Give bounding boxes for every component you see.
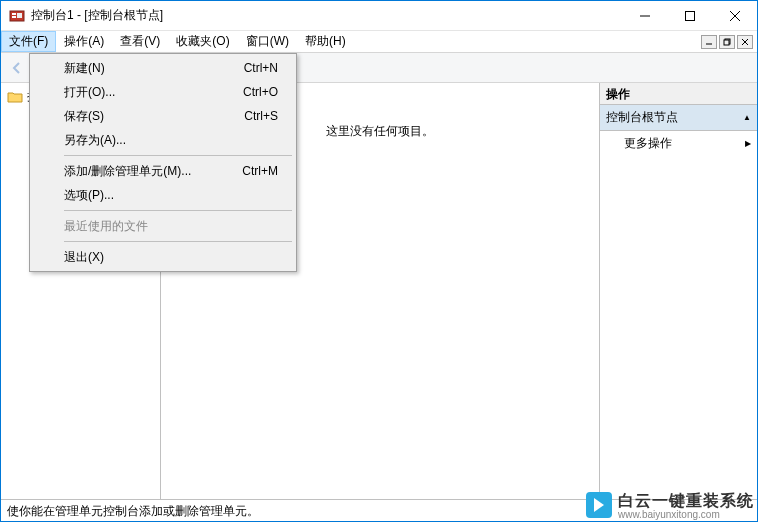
file-dropdown-menu: 新建(N) Ctrl+N 打开(O)... Ctrl+O 保存(S) Ctrl+…	[29, 53, 297, 272]
menu-item-open-label: 打开(O)...	[64, 84, 115, 101]
svg-rect-5	[685, 11, 694, 20]
mdi-close-button[interactable]	[737, 35, 753, 49]
menu-separator	[64, 210, 292, 211]
actions-section[interactable]: 控制台根节点 ▲	[600, 105, 757, 131]
mdi-minimize-button[interactable]	[701, 35, 717, 49]
menu-item-save-as-label: 另存为(A)...	[64, 132, 126, 149]
statusbar-text: 使你能在管理单元控制台添加或删除管理单元。	[7, 504, 259, 518]
menu-file[interactable]: 文件(F)	[1, 31, 56, 52]
maximize-button[interactable]	[667, 1, 712, 30]
menu-view[interactable]: 查看(V)	[112, 31, 168, 52]
app-icon	[9, 8, 25, 24]
menu-window[interactable]: 窗口(W)	[238, 31, 297, 52]
svg-line-6	[730, 11, 740, 21]
back-arrow-icon	[9, 60, 25, 76]
minimize-button[interactable]	[622, 1, 667, 30]
menu-item-save[interactable]: 保存(S) Ctrl+S	[32, 104, 294, 128]
nav-back-button[interactable]	[5, 56, 29, 80]
main-window: 控制台1 - [控制台根节点] 文件(F) 操作(A) 查看(V) 收藏夹(O)…	[0, 0, 758, 522]
menu-item-new-shortcut: Ctrl+N	[244, 61, 278, 75]
watermark: 白云一键重装系统 www.baiyunxitong.com	[586, 491, 754, 520]
menu-item-add-remove-label: 添加/删除管理单元(M)...	[64, 163, 191, 180]
menu-item-exit-label: 退出(X)	[64, 249, 104, 266]
menu-item-recent: 最近使用的文件	[32, 214, 294, 238]
menu-item-new[interactable]: 新建(N) Ctrl+N	[32, 56, 294, 80]
svg-rect-3	[17, 13, 22, 18]
menu-item-new-label: 新建(N)	[64, 60, 105, 77]
close-button[interactable]	[712, 1, 757, 30]
menu-item-open[interactable]: 打开(O)... Ctrl+O	[32, 80, 294, 104]
caret-right-icon: ▶	[745, 139, 751, 148]
menubar: 文件(F) 操作(A) 查看(V) 收藏夹(O) 窗口(W) 帮助(H)	[1, 31, 757, 53]
actions-pane: 操作 控制台根节点 ▲ 更多操作 ▶	[599, 83, 757, 499]
folder-icon	[7, 90, 23, 104]
empty-list-text: 这里没有任何项目。	[326, 123, 434, 491]
menu-item-save-as[interactable]: 另存为(A)...	[32, 128, 294, 152]
actions-section-label: 控制台根节点	[606, 109, 678, 126]
mdi-controls	[701, 31, 757, 52]
svg-rect-10	[724, 40, 729, 45]
menu-item-open-shortcut: Ctrl+O	[243, 85, 278, 99]
menu-item-options[interactable]: 选项(P)...	[32, 183, 294, 207]
watermark-url: www.baiyunxitong.com	[618, 510, 754, 520]
menu-help[interactable]: 帮助(H)	[297, 31, 354, 52]
mdi-restore-button[interactable]	[719, 35, 735, 49]
menu-item-exit[interactable]: 退出(X)	[32, 245, 294, 269]
actions-header: 操作	[600, 83, 757, 105]
menu-favorites[interactable]: 收藏夹(O)	[168, 31, 237, 52]
svg-line-7	[730, 11, 740, 21]
watermark-logo-icon	[586, 492, 612, 518]
menu-item-save-label: 保存(S)	[64, 108, 104, 125]
menu-item-options-label: 选项(P)...	[64, 187, 114, 204]
window-title: 控制台1 - [控制台根节点]	[31, 7, 622, 24]
menu-item-save-shortcut: Ctrl+S	[244, 109, 278, 123]
menu-item-add-remove-snapin[interactable]: 添加/删除管理单元(M)... Ctrl+M	[32, 159, 294, 183]
actions-more-label: 更多操作	[624, 135, 672, 152]
caret-up-icon: ▲	[743, 113, 751, 122]
svg-rect-1	[12, 13, 16, 15]
menu-item-add-remove-shortcut: Ctrl+M	[242, 164, 278, 178]
titlebar[interactable]: 控制台1 - [控制台根节点]	[1, 1, 757, 31]
menu-item-recent-label: 最近使用的文件	[64, 218, 148, 235]
menu-action[interactable]: 操作(A)	[56, 31, 112, 52]
watermark-text: 白云一键重装系统	[618, 492, 754, 509]
menu-separator	[64, 241, 292, 242]
actions-more[interactable]: 更多操作 ▶	[600, 131, 757, 156]
menu-separator	[64, 155, 292, 156]
svg-rect-2	[12, 16, 16, 18]
window-controls	[622, 1, 757, 30]
menubar-spacer	[354, 31, 701, 52]
